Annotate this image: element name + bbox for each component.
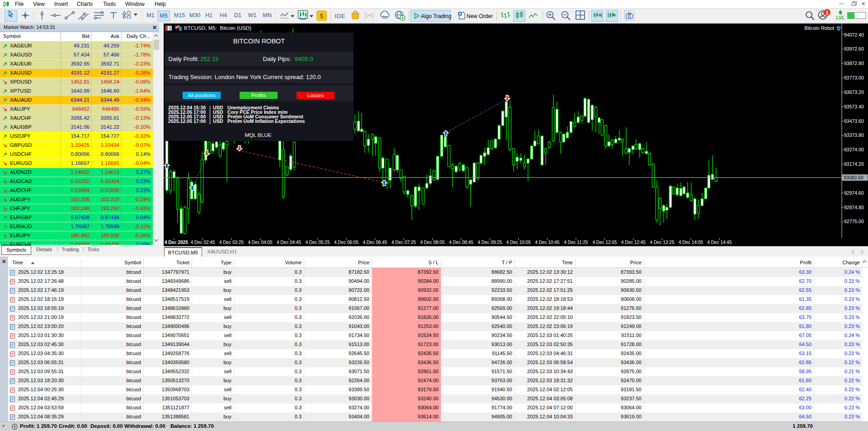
svg-text:93773.00: 93773.00 bbox=[844, 75, 864, 80]
svg-text:92775.00: 92775.00 bbox=[844, 219, 864, 224]
svg-text:4 Dec 10:05: 4 Dec 10:05 bbox=[506, 240, 531, 245]
svg-text:4 Dec 09:25: 4 Dec 09:25 bbox=[478, 240, 502, 245]
svg-text:4 Dec 02:45: 4 Dec 02:45 bbox=[191, 240, 215, 245]
svg-text:4 Dec 07:25: 4 Dec 07:25 bbox=[392, 240, 416, 245]
svg-text:93274.00: 93274.00 bbox=[844, 147, 864, 152]
svg-text:8405.0: 8405.0 bbox=[295, 56, 313, 62]
svg-text:4 Dec 14:45: 4 Dec 14:45 bbox=[708, 240, 732, 245]
svg-text:4 Dec 03:25: 4 Dec 03:25 bbox=[219, 240, 244, 245]
svg-text:93872.80: 93872.80 bbox=[844, 61, 864, 66]
svg-text:92974.60: 92974.60 bbox=[844, 190, 864, 196]
svg-text:93972.60: 93972.60 bbox=[844, 46, 864, 52]
svg-text:4 Dec 10:45: 4 Dec 10:45 bbox=[535, 240, 560, 245]
svg-text:LVL: LVL bbox=[836, 15, 845, 20]
svg-text:Daily Profit:: Daily Profit: bbox=[169, 56, 199, 62]
svg-text:MQL BLUE: MQL BLUE bbox=[245, 132, 271, 138]
svg-text:BITCOIN ROBOT: BITCOIN ROBOT bbox=[233, 37, 285, 45]
svg-text:4 Dec 08:45: 4 Dec 08:45 bbox=[449, 240, 473, 245]
svg-text:$: $ bbox=[320, 12, 324, 19]
svg-text:92874.80: 92874.80 bbox=[844, 205, 864, 210]
svg-text:93473.60: 93473.60 bbox=[844, 118, 864, 124]
svg-text:4 Dec 2025: 4 Dec 2025 bbox=[165, 240, 188, 245]
svg-text:4 Dec 06:05: 4 Dec 06:05 bbox=[334, 240, 359, 245]
svg-text:Prelim UoM Inflation Expectati: Prelim UoM Inflation Expectations bbox=[227, 118, 305, 124]
svg-text:2025.12.05 17:00: 2025.12.05 17:00 bbox=[168, 118, 206, 124]
svg-text:Losses: Losses bbox=[307, 93, 324, 98]
svg-text:93673.20: 93673.20 bbox=[844, 89, 864, 95]
svg-text:1: 1 bbox=[826, 10, 828, 15]
svg-text:94072.40: 94072.40 bbox=[844, 32, 864, 37]
svg-text:USD: USD bbox=[213, 118, 223, 124]
svg-text:4 Dec 11:25: 4 Dec 11:25 bbox=[564, 240, 588, 245]
svg-text:4 Dec 06:45: 4 Dec 06:45 bbox=[363, 240, 387, 245]
svg-text:Daily Pips:: Daily Pips: bbox=[263, 56, 291, 62]
svg-text:93373.80: 93373.80 bbox=[844, 132, 864, 138]
svg-text:4 Dec 04:05: 4 Dec 04:05 bbox=[248, 240, 273, 245]
svg-text:252.15: 252.15 bbox=[200, 56, 218, 62]
svg-text:4 Dec 08:05: 4 Dec 08:05 bbox=[420, 240, 445, 245]
svg-text:93573.40: 93573.40 bbox=[844, 104, 864, 109]
svg-text:4 Dec 05:25: 4 Dec 05:25 bbox=[306, 240, 330, 245]
svg-text:4 Dec 14:05: 4 Dec 14:05 bbox=[679, 240, 703, 245]
svg-text:4 Dec 12:05: 4 Dec 12:05 bbox=[593, 240, 617, 245]
svg-text:4 Dec 13:25: 4 Dec 13:25 bbox=[650, 240, 675, 245]
svg-text:4 Dec 12:45: 4 Dec 12:45 bbox=[621, 240, 646, 245]
svg-text:Profits: Profits bbox=[251, 93, 266, 98]
svg-text:4 Dec 04:45: 4 Dec 04:45 bbox=[277, 240, 301, 245]
svg-text:BTCUSD, M5: Bitcoin (USD): BTCUSD, M5: Bitcoin (USD) bbox=[184, 25, 251, 31]
svg-text:93083.50: 93083.50 bbox=[844, 175, 863, 180]
svg-text:All positions: All positions bbox=[188, 93, 216, 98]
svg-text:Current spread: 120.0: Current spread: 120.0 bbox=[263, 74, 321, 80]
svg-text:Trading Session: London New Yo: Trading Session: London New York bbox=[169, 74, 262, 80]
svg-text:93174.20: 93174.20 bbox=[844, 161, 864, 167]
svg-text:Bitcoin Robot: Bitcoin Robot bbox=[805, 25, 834, 31]
